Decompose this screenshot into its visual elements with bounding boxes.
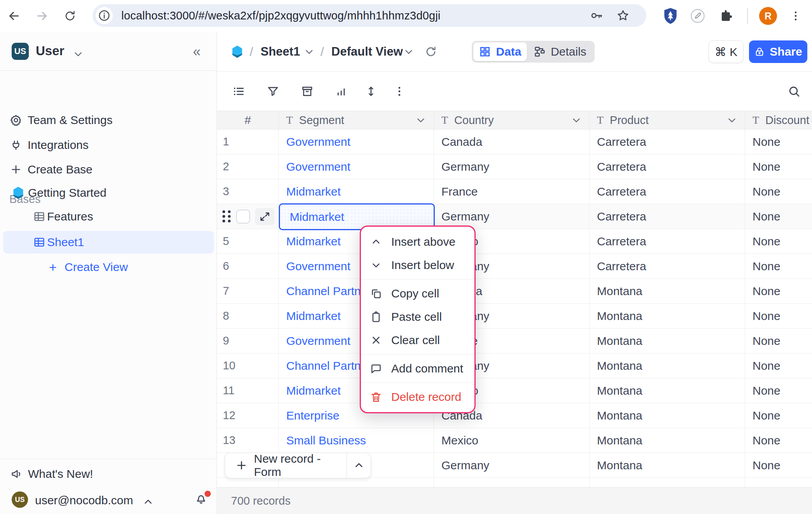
column-header-discount[interactable]: TDiscount xyxy=(745,111,812,129)
discount-cell[interactable]: None xyxy=(745,179,812,204)
table-row[interactable]: 5 Midmarket Mexico Carretera None xyxy=(217,229,812,254)
country-cell[interactable]: Germany xyxy=(434,154,590,179)
country-cell[interactable]: Germany xyxy=(434,453,590,477)
new-record-button[interactable]: New record - Form xyxy=(225,453,371,478)
refresh-view-icon[interactable] xyxy=(425,32,437,72)
address-bar[interactable]: localhost:3000/#/weska2xf/pjp2xqgyvuttwo… xyxy=(93,4,646,27)
context-menu-item[interactable]: Insert below xyxy=(361,254,474,277)
product-cell[interactable]: Carretera xyxy=(590,229,745,254)
tab-details[interactable]: Details xyxy=(527,42,593,61)
product-cell[interactable]: Carretera xyxy=(590,254,745,278)
column-header-segment[interactable]: TSegment xyxy=(279,111,434,129)
table-row[interactable]: 3 Midmarket France Carretera None xyxy=(217,179,812,204)
workspace-name[interactable]: User xyxy=(36,44,64,58)
expand-record-icon[interactable] xyxy=(255,208,275,225)
share-button[interactable]: Share xyxy=(749,40,807,63)
row-number-cell[interactable]: 8 xyxy=(217,304,279,328)
column-header-country[interactable]: TCountry xyxy=(434,111,590,129)
chevron-down-icon[interactable] xyxy=(403,32,415,72)
chevron-up-icon[interactable] xyxy=(142,496,154,508)
discount-cell[interactable] xyxy=(745,478,812,487)
row-number-cell[interactable]: 2 xyxy=(217,154,279,179)
chevron-down-icon[interactable] xyxy=(72,48,84,60)
country-cell[interactable]: Canada xyxy=(434,129,590,154)
drag-handle-icon[interactable] xyxy=(222,210,231,223)
discount-cell[interactable]: None xyxy=(745,229,812,254)
notification-bell-icon[interactable] xyxy=(194,491,212,509)
row-number-cell[interactable] xyxy=(217,204,279,229)
breadcrumb-view[interactable]: Default View xyxy=(331,32,403,72)
sort-bars-icon[interactable] xyxy=(333,72,350,111)
product-cell[interactable]: Montana xyxy=(590,304,745,328)
context-menu-item[interactable]: Insert above xyxy=(361,230,474,254)
context-menu-item[interactable]: Delete record xyxy=(361,385,474,409)
country-cell[interactable]: Mexico xyxy=(434,428,590,453)
discount-cell[interactable]: None xyxy=(745,453,812,477)
product-cell[interactable]: Carretera xyxy=(590,129,745,154)
discount-cell[interactable]: None xyxy=(745,154,812,179)
discount-cell[interactable]: None xyxy=(745,304,812,328)
row-checkbox[interactable] xyxy=(236,210,250,224)
row-number-cell[interactable] xyxy=(217,478,279,487)
context-menu-item[interactable]: Copy cell xyxy=(361,282,474,305)
segment-cell[interactable]: Government xyxy=(279,154,434,179)
table-row[interactable]: 10 Channel Partners Germany Montana None xyxy=(217,353,812,378)
new-record-toggle[interactable] xyxy=(347,453,371,478)
row-number-cell[interactable]: 1 xyxy=(217,129,279,154)
row-number-cell[interactable]: 3 xyxy=(217,179,279,204)
row-number-cell[interactable]: 6 xyxy=(217,254,279,278)
chevron-down-icon[interactable] xyxy=(303,32,315,72)
product-cell[interactable]: Montana xyxy=(590,403,745,428)
context-menu-item[interactable]: Add comment xyxy=(361,357,474,380)
product-cell[interactable]: Montana xyxy=(590,428,745,453)
product-cell[interactable]: Montana xyxy=(590,353,745,378)
chevron-down-icon[interactable] xyxy=(570,114,582,126)
discount-cell[interactable]: None xyxy=(745,353,812,378)
sidebar-table-sheet1[interactable]: Sheet1 xyxy=(3,231,214,254)
new-record-main[interactable]: New record - Form xyxy=(225,453,346,478)
pencil-extension-icon[interactable] xyxy=(690,0,705,32)
table-row[interactable]: 2 Government Germany Carretera None xyxy=(217,154,812,179)
row-number-cell[interactable]: 12 xyxy=(217,403,279,428)
product-cell[interactable]: Montana xyxy=(590,279,745,303)
command-palette-button[interactable]: ⌘ K xyxy=(709,40,744,63)
row-number-cell[interactable]: 13 xyxy=(217,428,279,453)
table-row[interactable]: 1 Government Canada Carretera None xyxy=(217,129,812,154)
browser-profile-avatar[interactable]: R xyxy=(759,7,777,25)
context-menu-item[interactable]: Paste cell xyxy=(361,305,474,329)
adblock-extension-icon[interactable] xyxy=(663,0,678,32)
account-avatar[interactable]: US xyxy=(12,491,28,508)
row-number-cell[interactable]: 9 xyxy=(217,329,279,353)
product-cell[interactable]: Montana xyxy=(590,329,745,353)
browser-reload-button[interactable] xyxy=(59,0,81,32)
country-cell[interactable] xyxy=(434,478,590,487)
product-cell[interactable] xyxy=(590,478,745,487)
password-key-icon[interactable] xyxy=(590,4,604,27)
table-row[interactable]: 13 Small Business Mexico Montana None xyxy=(217,428,812,453)
row-height-icon[interactable] xyxy=(362,72,380,111)
row-number-cell[interactable]: 5 xyxy=(217,229,279,254)
segment-cell[interactable]: Small Business xyxy=(279,428,434,453)
table-row[interactable]: 9 Government France Montana None xyxy=(217,329,812,353)
product-cell[interactable]: Montana xyxy=(590,453,745,477)
discount-cell[interactable]: None xyxy=(745,378,812,403)
chevron-down-icon[interactable] xyxy=(415,114,427,126)
segment-cell[interactable]: Government xyxy=(279,129,434,154)
table-row[interactable] xyxy=(217,478,812,487)
product-cell[interactable]: Carretera xyxy=(590,154,745,179)
whats-new-button[interactable]: What's New! xyxy=(0,463,217,485)
table-row[interactable]: 11 Midmarket Mexico Montana None xyxy=(217,378,812,403)
search-icon[interactable] xyxy=(786,72,803,111)
toolbar-more-icon[interactable] xyxy=(391,72,408,111)
url-text[interactable]: localhost:3000/#/weska2xf/pjp2xqgyvuttwo… xyxy=(121,9,441,22)
group-by-icon[interactable] xyxy=(299,72,316,111)
sidebar-item-integrations[interactable]: Integrations xyxy=(0,134,217,156)
base-hexagon-icon[interactable] xyxy=(231,32,243,72)
country-cell[interactable]: France xyxy=(434,179,590,204)
country-cell[interactable]: Germany xyxy=(434,204,590,229)
context-menu-item[interactable]: Clear cell xyxy=(361,329,474,352)
account-row[interactable]: US user@nocodb.com xyxy=(0,488,217,512)
table-row[interactable]: 6 Government Germany Carretera None xyxy=(217,254,812,279)
browser-back-button[interactable] xyxy=(3,0,25,32)
workspace-badge[interactable]: US xyxy=(12,43,29,60)
